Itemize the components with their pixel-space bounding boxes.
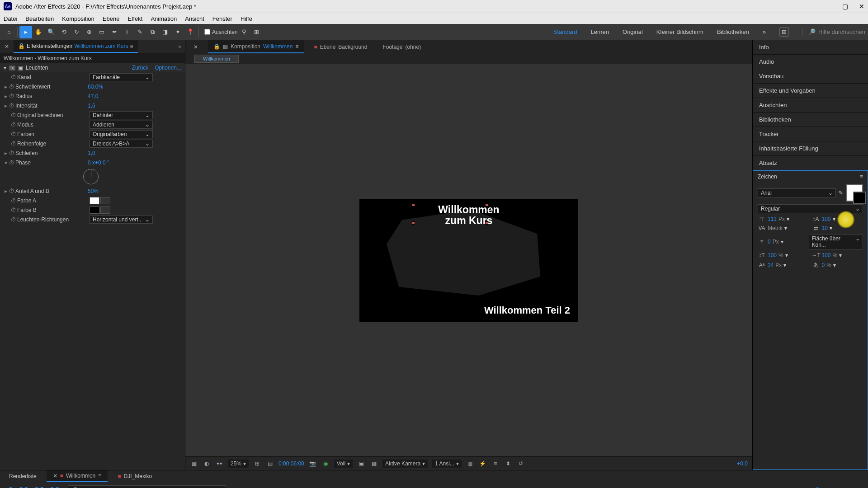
chevron-down-icon[interactable]: ▾ [787,216,789,222]
stopwatch-icon[interactable]: ⏱ [9,84,15,90]
stopwatch-icon[interactable]: ⏱ [11,197,17,204]
panel-absatz[interactable]: Absatz [753,156,868,170]
panel-menu-icon[interactable]: ≡ [860,174,863,180]
chevron-down-icon[interactable]: ▾ [781,239,783,245]
stopwatch-icon[interactable]: ⏱ [9,188,15,194]
twirl-icon[interactable]: ▾ [5,160,9,166]
workspace-lernen[interactable]: Lernen [591,28,609,35]
stopwatch-icon[interactable]: ⏱ [9,103,15,109]
prop-dropdown[interactable]: Originalfarben⌄ [90,130,153,138]
menu-ansicht[interactable]: Ansicht [185,15,204,22]
eraser-tool-icon[interactable]: ◨ [159,26,171,38]
stroke-width-value[interactable]: 0 [768,239,771,245]
font-family-dropdown[interactable]: Arial⌄ [758,188,836,197]
snap-grid-icon[interactable]: ⊞ [250,26,263,38]
timeline-search[interactable]: 🔎 [68,485,226,488]
angle-dial[interactable] [83,169,99,184]
resolution-dropdown[interactable]: Voll ▾ [334,460,353,468]
panel-audio[interactable]: Audio [753,55,868,69]
selection-handle-icon[interactable] [485,203,488,206]
maximize-button[interactable]: ▢ [842,3,848,10]
selection-handle-icon[interactable] [485,221,488,225]
workspace-klein[interactable]: Kleiner Bildschirm [656,28,703,35]
pixel-aspect-icon[interactable]: ▥ [466,460,474,467]
reset-exposure-icon[interactable]: ↺ [517,460,525,467]
stamp-tool-icon[interactable]: ⧉ [146,26,159,38]
flowchart-icon[interactable]: ⬍ [504,460,512,467]
color-swatch[interactable] [90,197,99,204]
twirl-icon[interactable]: ▸ [5,84,9,90]
stopwatch-icon[interactable]: ⏱ [9,150,15,156]
zoom-tool-icon[interactable]: 🔍 [45,26,57,38]
eyedropper-icon[interactable] [100,197,110,204]
twirl-icon[interactable]: ▾ [4,65,6,71]
mask-icon[interactable]: ◐ [203,460,211,467]
panel-effekte-und-vorgaben[interactable]: Effekte und Vorgaben [753,84,868,98]
font-size-value[interactable]: 111 [768,216,777,222]
brush-tool-icon[interactable]: ✎ [133,26,146,38]
hand-tool-icon[interactable]: ✋ [32,26,45,38]
timeline-tab-dji[interactable]: ■ DJI_Mexiko [111,470,158,482]
fill-color-swatch[interactable] [846,184,863,202]
twirl-icon[interactable]: ▸ [5,103,9,109]
current-timecode[interactable]: 0:00:06:00 [0,485,68,488]
minimize-button[interactable]: — [825,3,831,10]
stopwatch-icon[interactable]: ⏱ [11,112,17,118]
menu-datei[interactable]: Datei [4,15,17,22]
exposure-value[interactable]: +0,0 [737,460,748,467]
panel-menu-icon[interactable]: ≡ [130,43,133,49]
rect-tool-icon[interactable]: ▭ [95,26,108,38]
composition-viewer[interactable]: Willkommen zum Kurs Willkommen Teil 2 [185,64,752,456]
close-button[interactable]: ✕ [859,3,864,10]
workspace-reset-icon[interactable]: ⊞ [779,27,789,37]
panel-bibliotheken[interactable]: Bibliotheken [753,113,868,127]
chevron-down-icon[interactable]: ▾ [783,262,786,268]
menu-animation[interactable]: Animation [151,15,177,22]
menu-hilfe[interactable]: Hilfe [241,15,252,22]
selection-handle-icon[interactable] [412,221,415,225]
chevron-down-icon[interactable]: ▾ [833,216,835,222]
region-icon[interactable]: ▣ [357,460,365,467]
comp-tab-close-icon[interactable]: ✕ [188,40,203,53]
orbit-tool-icon[interactable]: ⟲ [57,26,70,38]
guides-icon[interactable]: 👓 [215,460,223,467]
close-icon[interactable]: ✕ [53,473,57,479]
twirl-icon[interactable]: ▸ [5,93,9,99]
effect-options-link[interactable]: Optionen... [155,65,181,71]
panel-overflow-icon[interactable]: » [178,43,185,50]
comp-tab-footage[interactable]: Footage (ohne) [377,40,426,53]
stopwatch-icon[interactable]: ⏱ [11,74,17,80]
baseline-value[interactable]: 34 [768,262,774,268]
snap-options-icon[interactable]: ⚲ [238,26,250,38]
effect-name[interactable]: Leuchten [26,65,48,71]
camera-dropdown[interactable]: Aktive Kamera ▾ [382,460,428,468]
text-layer-1[interactable]: Willkommen zum Kurs [438,204,499,226]
chevron-down-icon[interactable]: ▾ [830,225,832,231]
channel-icon[interactable]: ▤ [266,460,274,467]
puppet-tool-icon[interactable]: 📍 [184,26,197,38]
hscale-value[interactable]: 100 [768,252,777,258]
views-dropdown[interactable]: 1 Ansi... ▾ [432,460,462,468]
snapshot-icon[interactable]: 📷 [309,460,317,467]
workspace-overflow-icon[interactable]: » [763,28,766,35]
leading-value[interactable]: 100 [822,216,831,222]
font-style-dropdown[interactable]: Regular⌄ [758,204,863,213]
prop-value[interactable]: 47,0 [88,93,98,99]
tsume-value[interactable]: 0 [822,262,825,268]
menu-ebene[interactable]: Ebene [103,15,120,22]
prop-dropdown[interactable]: Dreieck A>B>A⌄ [90,140,153,148]
help-search[interactable]: 🔎 Hilfe durchsuchen [802,28,865,35]
panel-info[interactable]: Info [753,40,868,55]
stopwatch-icon[interactable]: ⏱ [9,160,15,166]
selection-tool-icon[interactable]: ▸ [19,26,32,38]
prop-dropdown[interactable]: Dahinter⌄ [90,111,153,119]
prop-dropdown[interactable]: Horizontal und vert..⌄ [90,216,153,224]
timeline-tab-renderliste[interactable]: Renderliste [3,470,43,482]
panel-vorschau[interactable]: Vorschau [753,69,868,84]
roto-tool-icon[interactable]: ✦ [171,26,184,38]
eyedropper-icon[interactable]: ✎ [839,190,843,196]
menu-bearbeiten[interactable]: Bearbeiten [25,15,54,22]
comp-tab-background[interactable]: ■ Ebene Background [308,40,373,53]
color-mgmt-icon[interactable]: ◉ [321,460,330,467]
stopwatch-icon[interactable]: ⏱ [11,207,17,213]
